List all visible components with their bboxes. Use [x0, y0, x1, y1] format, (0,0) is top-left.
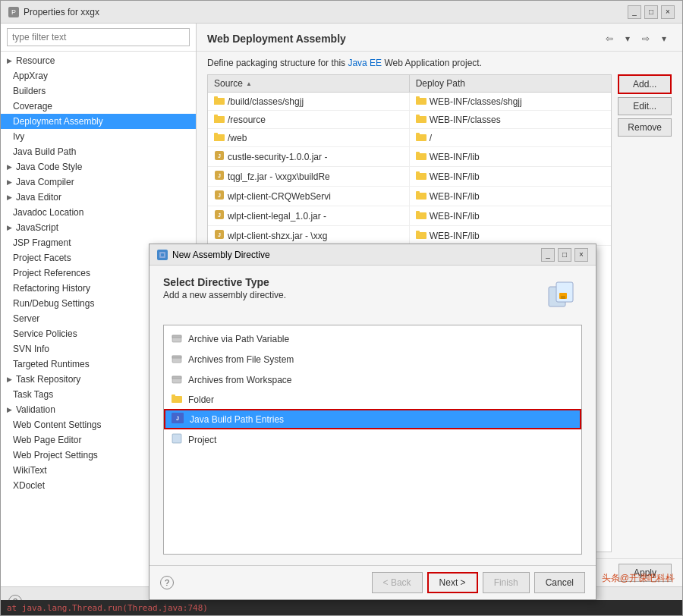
sort-arrow-icon: ▲ — [246, 80, 252, 87]
svg-rect-30 — [416, 211, 420, 213]
add-button[interactable]: Add... — [618, 74, 672, 94]
modal-footer-buttons: < Back Next > Finish Cancel — [372, 572, 585, 593]
svg-rect-46 — [172, 376, 181, 379]
sidebar-item-deployment-assembly[interactable]: Deployment Assembly — [1, 114, 196, 129]
sidebar-item-java-compiler[interactable]: ▶Java Compiler — [1, 174, 196, 190]
directive-item-archives-from-file-system[interactable]: Archives from File System — [164, 349, 581, 369]
deploy-cell: WEB-INF/lib — [410, 226, 612, 245]
close-button[interactable]: × — [661, 5, 675, 19]
svg-rect-42 — [172, 335, 181, 338]
sidebar-item-label: Refactoring History — [13, 283, 90, 294]
directive-item-archives-from-workspace[interactable]: Archives from Workspace — [164, 369, 581, 390]
deploy-cell: WEB-INF/classes — [410, 111, 612, 128]
back-button[interactable]: < Back — [372, 572, 423, 593]
modal-footer: ? < Back Next > Finish Cancel — [150, 565, 596, 599]
directive-item-folder[interactable]: Folder — [164, 390, 581, 409]
deploy-cell: WEB-INF/lib — [410, 167, 612, 186]
table-row[interactable]: Jtqgl_fz.jar - \xxgx\buildReWEB-INF/lib — [208, 167, 611, 187]
sidebar-item-java-build-path[interactable]: Java Build Path — [1, 144, 196, 159]
deploy-text: WEB-INF/lib — [430, 152, 480, 162]
deploy-folder-icon — [416, 96, 426, 107]
table-row[interactable]: /web/ — [208, 129, 611, 147]
sidebar-item-label: SVN Info — [13, 344, 49, 354]
source-cell: /web — [208, 129, 410, 146]
minimize-button[interactable]: _ — [628, 5, 641, 19]
sidebar-item-label: Java Code Style — [16, 162, 82, 172]
main-window: P Properties for xxgx _ □ × ▶ResourceApp… — [0, 0, 683, 616]
java-ee-link[interactable]: Java EE — [348, 58, 382, 68]
svg-rect-14 — [416, 133, 420, 135]
jar-icon: J — [214, 170, 225, 183]
folder-icon — [214, 132, 225, 143]
table-row[interactable]: Jwlpt-client-CRQWebServiWEB-INF/lib — [208, 187, 611, 206]
maximize-button[interactable]: □ — [644, 5, 658, 19]
modal-icon — [157, 250, 168, 260]
next-button[interactable]: Next > — [427, 572, 478, 593]
sidebar-item-coverage[interactable]: Coverage — [1, 99, 196, 114]
sidebar-item-label: Java Build Path — [13, 146, 76, 157]
modal-title-bar: New Assembly Directive _ □ × — [150, 244, 596, 266]
finish-button[interactable]: Finish — [483, 572, 530, 593]
properties-icon: P — [8, 7, 19, 17]
deploy-folder-icon — [416, 210, 426, 222]
deploy-text: WEB-INF/lib — [430, 231, 480, 241]
source-cell: Jwlpt-client-shzx.jar - \xxg — [208, 226, 410, 245]
svg-rect-48 — [172, 394, 175, 397]
nav-back-button[interactable]: ⇦ — [602, 31, 617, 46]
sidebar-item-label: Web Page Editor — [13, 435, 82, 445]
modal-graphic-icon — [546, 276, 582, 313]
remove-button[interactable]: Remove — [618, 118, 672, 137]
directive-item-java-build-path-entries[interactable]: JJava Build Path Entries — [164, 409, 581, 429]
folder-icon — [214, 96, 225, 107]
panel-desc-text-before: Define packaging structure for this — [207, 58, 348, 68]
edit-button[interactable]: Edit... — [618, 97, 672, 115]
directive-item-archive-via-path-variable[interactable]: Archive via Path Variable — [164, 328, 581, 349]
sidebar-item-java-code-style[interactable]: ▶Java Code Style — [1, 159, 196, 174]
modal-help-icon[interactable]: ? — [160, 576, 174, 589]
panel-desc-text-after: Web Application project. — [382, 58, 482, 68]
deploy-folder-icon — [416, 114, 426, 125]
sidebar-item-label: Targeted Runtimes — [13, 359, 90, 369]
sidebar-item-resource[interactable]: ▶Resource — [1, 53, 196, 68]
table-row[interactable]: Jcustle-security-1.0.0.jar -WEB-INF/lib — [208, 147, 611, 167]
sidebar-item-ivy[interactable]: Ivy — [1, 129, 196, 144]
svg-rect-21 — [416, 173, 426, 180]
deploy-path-column-header: Deploy Path — [410, 75, 612, 92]
nav-forward-button[interactable]: ⇨ — [638, 31, 653, 46]
sidebar-item-label: Project References — [13, 268, 90, 278]
modal-footer-help: ? — [160, 576, 174, 589]
sidebar-item-label: Resource — [16, 55, 55, 66]
sidebar-item-java-editor[interactable]: ▶Java Editor — [1, 190, 196, 205]
directive-label: Folder — [188, 394, 214, 405]
sidebar-item-javascript[interactable]: ▶JavaScript — [1, 220, 196, 235]
deploy-text: WEB-INF/lib — [430, 211, 480, 222]
sidebar-item-builders[interactable]: Builders — [1, 83, 196, 99]
deploy-cell: WEB-INF/lib — [410, 147, 612, 166]
source-text: /build/classes/shgjj — [228, 96, 304, 107]
deploy-folder-icon — [416, 171, 426, 182]
modal-body: Select Directive Type Add a new assembly… — [150, 266, 596, 565]
filter-input[interactable] — [7, 28, 190, 46]
svg-rect-7 — [214, 115, 218, 117]
modal-minimize-button[interactable]: _ — [541, 248, 555, 262]
table-row[interactable]: Jwlpt-client-legal_1.0.jar -WEB-INF/lib — [208, 206, 611, 226]
sidebar-item-javadoc-location[interactable]: Javadoc Location — [1, 205, 196, 220]
deploy-folder-icon — [416, 230, 426, 241]
table-row[interactable]: /build/classes/shgjjWEB-INF/classes/shgj… — [208, 93, 611, 111]
sidebar-item-appxray[interactable]: AppXray — [1, 68, 196, 83]
modal-close-button[interactable]: × — [574, 248, 588, 262]
jar-icon: J — [214, 150, 225, 163]
svg-rect-6 — [214, 116, 218, 123]
panel-description: Define packaging structure for this Java… — [197, 52, 682, 74]
table-row[interactable]: /resourceWEB-INF/classes — [208, 111, 611, 129]
modal-heading: Select Directive Type — [163, 276, 286, 288]
tree-arrow-icon: ▶ — [7, 163, 13, 171]
modal-maximize-button[interactable]: □ — [558, 248, 571, 262]
sidebar-item-label: Validation — [16, 404, 55, 415]
nav-menu-button[interactable]: ▾ — [656, 31, 672, 46]
nav-dropdown-button[interactable]: ▾ — [620, 31, 635, 46]
directive-item-project[interactable]: Project — [164, 429, 581, 450]
cancel-button[interactable]: Cancel — [534, 572, 585, 593]
svg-text:J: J — [218, 232, 221, 237]
deploy-folder-icon — [416, 151, 426, 162]
